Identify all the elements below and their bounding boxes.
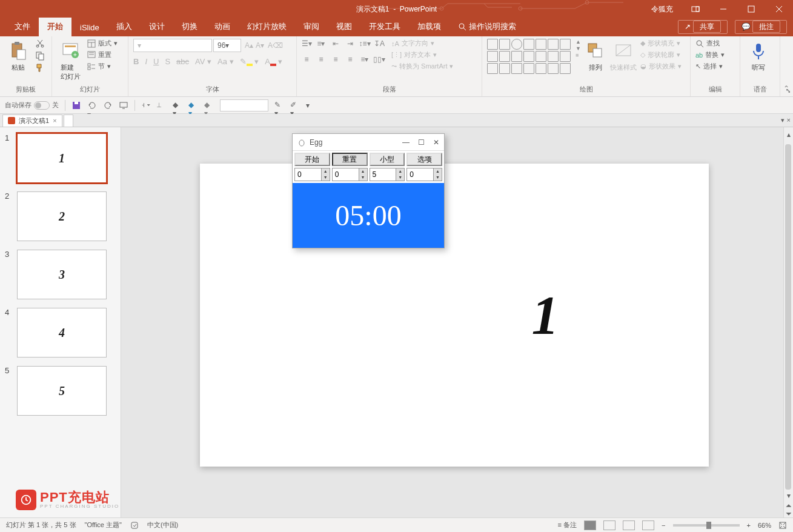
thumbnail-slide[interactable]: 1 (17, 133, 107, 183)
redo-icon[interactable] (103, 101, 113, 110)
decrease-font-icon[interactable]: A▾ (256, 41, 264, 50)
egg-spin-4[interactable]: ▲▼ (406, 168, 442, 181)
thumbnail-5[interactable]: 55 (5, 366, 121, 416)
autosave-toggle[interactable]: 自动保存 关 (5, 101, 59, 110)
collapse-ribbon-icon[interactable]: ⌃ (783, 84, 789, 93)
paste-button[interactable]: 粘贴 (5, 39, 32, 72)
gallery-up-icon[interactable]: ▲ (576, 39, 581, 45)
fit-window-icon[interactable] (778, 521, 787, 530)
scroll-up-icon[interactable]: ▴ (784, 130, 793, 139)
undo-icon[interactable]: ▾ (87, 101, 97, 110)
zoom-out-icon[interactable]: − (662, 522, 665, 529)
tab-dev[interactable]: 开发工具 (360, 18, 409, 36)
window-minimize[interactable] (709, 0, 737, 18)
egg-minimize[interactable]: — (402, 138, 410, 147)
highlight-icon[interactable]: ✎ ▾ (240, 57, 259, 66)
view-slideshow-icon[interactable] (642, 520, 654, 530)
tell-me[interactable]: 操作说明搜索 (450, 18, 525, 36)
align-justify-icon[interactable]: ≡ (345, 55, 355, 64)
thumbnail-slide[interactable]: 5 (17, 366, 107, 416)
egg-spin-1[interactable]: ▲▼ (294, 168, 330, 181)
arrange-button[interactable]: 排列 (585, 39, 606, 72)
thumbnail-slide[interactable]: 3 (17, 250, 107, 299)
egg-reset-button[interactable]: 重置 (332, 153, 368, 166)
share-button[interactable]: ↗ 共享 (678, 20, 727, 34)
qat-color2-icon[interactable]: ◆ ▾ (188, 101, 198, 110)
qat-align-icon[interactable]: ⫞ ▾ (141, 101, 151, 110)
spellcheck-icon[interactable] (130, 521, 139, 530)
section-button[interactable]: 节 ▾ (87, 62, 118, 71)
thumbnail-4[interactable]: 44 (5, 308, 121, 357)
select-button[interactable]: ↖ 选择 ▾ (695, 62, 725, 71)
align-center-icon[interactable]: ≡ (316, 55, 326, 64)
tab-file[interactable]: 文件 (6, 18, 39, 36)
indent-inc-icon[interactable]: ⇥ (345, 39, 355, 48)
distribute-icon[interactable]: ≡▾ (360, 55, 370, 64)
tab-home[interactable]: 开始 (39, 18, 71, 36)
window-maximize[interactable] (737, 0, 765, 18)
font-name-combo[interactable]: ▾ (133, 39, 212, 52)
zoom-in-icon[interactable]: + (747, 522, 751, 529)
align-text-button[interactable]: [⋮] 对齐文本 ▾ (391, 50, 453, 59)
egg-small-button[interactable]: 小型 (370, 153, 405, 166)
bold-icon[interactable]: B (133, 57, 139, 66)
reset-button[interactable]: 重置 (87, 50, 118, 59)
layout-button[interactable]: 版式 ▾ (87, 39, 118, 48)
replace-button[interactable]: ab 替换 ▾ (695, 50, 725, 59)
tab-design[interactable]: 设计 (141, 18, 173, 36)
thumbnail-3[interactable]: 33 (5, 250, 121, 299)
qat-pen-icon[interactable]: ✎ ▾ (274, 101, 284, 110)
font-size-combo[interactable]: 96 ▾ (213, 39, 241, 52)
egg-start-button[interactable]: 开始 (294, 153, 330, 166)
thumbnail-slide[interactable]: 2 (17, 191, 107, 241)
egg-maximize[interactable]: ☐ (418, 138, 425, 147)
tab-addins[interactable]: 加载项 (409, 18, 450, 36)
scroll-down-icon[interactable]: ▾ (784, 491, 793, 500)
align-left-icon[interactable]: ≡ (302, 55, 311, 64)
qat-crop-icon[interactable]: ⟂ (157, 101, 167, 110)
change-case-icon[interactable]: Aa ▾ (217, 57, 234, 66)
start-from-beginning-icon[interactable] (119, 101, 128, 110)
thumbnail-1[interactable]: 11 (5, 133, 121, 183)
tab-review[interactable]: 审阅 (295, 18, 328, 36)
columns-icon[interactable]: ▯▯▾ (374, 55, 384, 64)
egg-close[interactable]: ✕ (433, 138, 439, 147)
qat-color1-icon[interactable]: ◆ ▾ (173, 101, 182, 110)
thumbnail-slide[interactable]: 4 (17, 308, 107, 357)
char-spacing-icon[interactable]: AV ▾ (195, 57, 211, 66)
indent-dec-icon[interactable]: ⇤ (331, 39, 340, 48)
account-name[interactable]: 令狐充 (643, 4, 682, 15)
thumbnail-2[interactable]: 22 (5, 191, 121, 241)
qat-brush-icon[interactable]: ✐ ▾ (290, 101, 300, 110)
new-slide-button[interactable]: + 新建 幻灯片 (57, 39, 84, 81)
view-reading-icon[interactable] (623, 520, 635, 530)
doctab-close-icon[interactable]: × (787, 116, 791, 124)
bullets-icon[interactable]: ☰▾ (302, 39, 311, 48)
scroll-thumb[interactable] (785, 144, 791, 490)
view-normal-icon[interactable] (584, 520, 596, 530)
egg-options-button[interactable]: 选项 (406, 153, 442, 166)
shape-effects-button[interactable]: ◒ 形状效果 ▾ (640, 62, 682, 71)
shapes-gallery[interactable] (487, 39, 571, 74)
quick-styles-button[interactable]: 快速样式 (610, 39, 637, 72)
dictate-button[interactable]: 听写 (745, 39, 772, 72)
tab-transitions[interactable]: 切换 (173, 18, 206, 36)
qat-color3-icon[interactable]: ◆ ▾ (204, 101, 214, 110)
tab-view[interactable]: 视图 (328, 18, 360, 36)
window-close[interactable] (765, 0, 793, 18)
align-right-icon[interactable]: ≡ (331, 55, 340, 64)
next-slide-icon[interactable]: ⏷ (784, 509, 793, 517)
copy-icon[interactable] (35, 51, 45, 61)
tab-insert[interactable]: 插入 (108, 18, 141, 36)
format-painter-icon[interactable] (35, 63, 45, 73)
line-spacing-icon[interactable]: ↕≡▾ (360, 39, 370, 48)
qat-dropdown[interactable] (220, 99, 268, 111)
zoom-level[interactable]: 66% (758, 522, 771, 529)
gallery-down-icon[interactable]: ▼ (576, 45, 581, 52)
notes-button[interactable]: ≡ 备注 (558, 520, 577, 530)
editor-scrollbar[interactable]: ▴ ▾ ⏶ ⏷ (783, 127, 793, 517)
comments-button[interactable]: 💬 批注 (735, 20, 787, 34)
shape-outline-button[interactable]: ◇ 形状轮廓 ▾ (640, 50, 682, 59)
find-button[interactable]: 查找 (695, 39, 725, 48)
increase-font-icon[interactable]: A▴ (245, 41, 253, 50)
